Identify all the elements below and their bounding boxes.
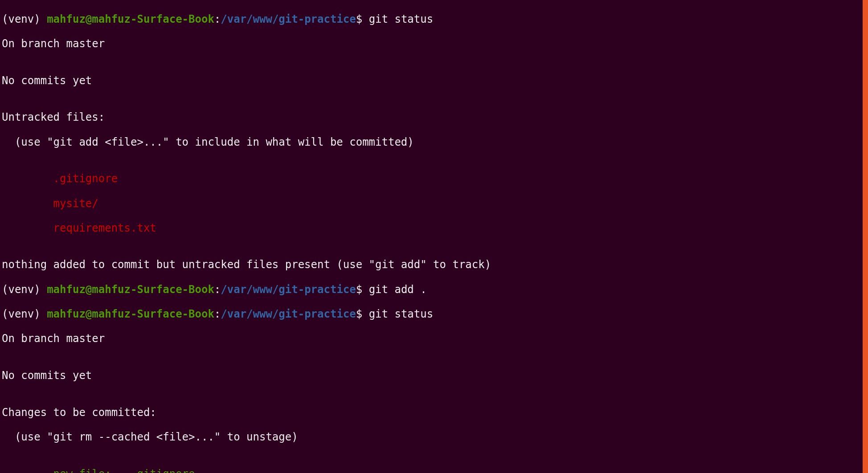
output-line: On branch master [2,333,866,345]
command-input: git status [369,308,434,320]
prompt-dollar: $ [356,283,369,296]
output-line: Changes to be committed: [2,407,866,419]
output-line: (use "git add <file>..." to include in w… [2,136,866,149]
output-line: No commits yet [2,370,866,382]
output-line: (use "git rm --cached <file>..." to unst… [2,431,866,444]
untracked-file: requirements.txt [2,222,866,235]
user-host: mahfuz@mahfuz-Surface-Book [47,13,214,25]
staged-file: new file: .gitignore [2,468,866,473]
command-input: git status [369,13,434,25]
prompt-dollar: $ [356,308,369,320]
cwd-path: /var/www/git-practice [221,308,356,320]
venv-prefix: (venv) [2,13,47,25]
prompt-line-1: (venv) mahfuz@mahfuz-Surface-Book:/var/w… [2,13,866,26]
colon: : [214,308,221,320]
user-host: mahfuz@mahfuz-Surface-Book [47,283,214,296]
colon: : [214,283,221,296]
venv-prefix: (venv) [2,283,47,296]
output-line: nothing added to commit but untracked fi… [2,259,866,271]
prompt-line-2: (venv) mahfuz@mahfuz-Surface-Book:/var/w… [2,284,866,296]
scrollbar[interactable] [863,0,868,473]
output-line: No commits yet [2,75,866,87]
venv-prefix: (venv) [2,308,47,320]
untracked-file: .gitignore [2,173,866,185]
prompt-line-3: (venv) mahfuz@mahfuz-Surface-Book:/var/w… [2,308,866,321]
untracked-file: mysite/ [2,198,866,210]
user-host: mahfuz@mahfuz-Surface-Book [47,308,214,320]
command-input: git add . [369,283,427,296]
cwd-path: /var/www/git-practice [221,283,356,296]
colon: : [214,13,221,25]
output-line: On branch master [2,38,866,50]
terminal-area[interactable]: (venv) mahfuz@mahfuz-Surface-Book:/var/w… [0,0,868,473]
output-line: Untracked files: [2,111,866,124]
prompt-dollar: $ [356,13,369,25]
cwd-path: /var/www/git-practice [221,13,356,25]
